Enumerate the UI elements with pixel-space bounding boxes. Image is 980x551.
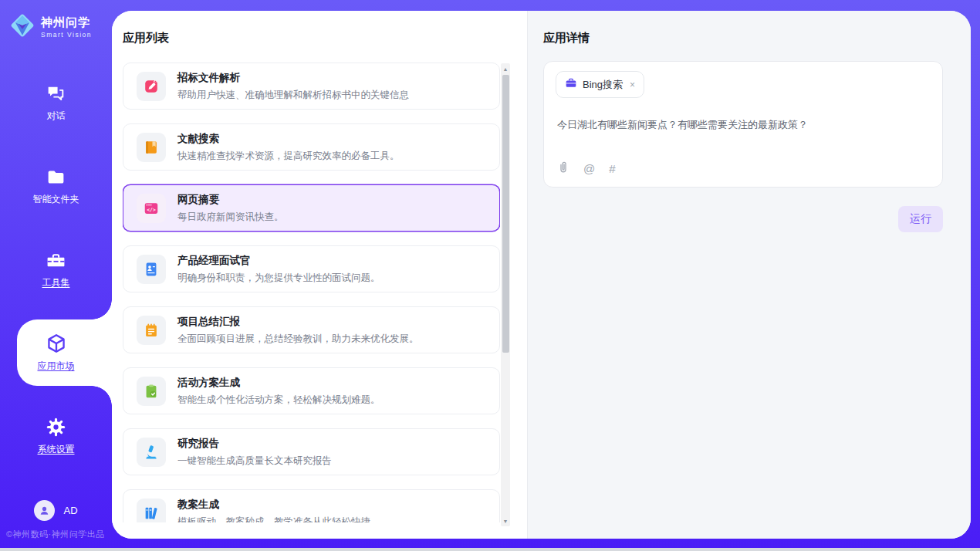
browser-code-icon: </> [137, 194, 166, 223]
app-card-literature-search[interactable]: 文献搜索 快速精准查找学术资源，提高研究效率的必备工具。 [123, 123, 500, 171]
books-icon [137, 499, 166, 523]
gear-icon [46, 416, 67, 438]
microscope-icon [137, 438, 166, 467]
scrollbar-up-icon[interactable]: ▲ [501, 63, 510, 74]
sidebar-item-settings[interactable]: 系统设置 [0, 411, 112, 461]
sidebar-item-smart-folder[interactable]: 智能文件夹 [0, 161, 112, 211]
app-list-panel: 应用列表 招标文件解析 帮助用户快速、准确地理解和解析招标书中的关键信息 [112, 11, 528, 539]
app-card-desc: 全面回顾项目进展，总结经验教训，助力未来优化发展。 [177, 333, 419, 346]
scrollbar-thumb[interactable] [502, 75, 509, 353]
scrollbar-down-icon[interactable]: ▼ [501, 516, 510, 526]
run-button[interactable]: 运行 [898, 206, 943, 232]
copyright-text: ©神州数码·神州问学出品 [6, 529, 105, 540]
sidebar-item-label: 应用市场 [38, 360, 75, 373]
sidebar-item-label: 系统设置 [38, 443, 75, 456]
app-card-project-summary[interactable]: 项目总结汇报 全面回顾项目进展，总结经验教训，助力未来优化发展。 [123, 306, 500, 353]
app-list-title: 应用列表 [123, 31, 527, 46]
app-card-desc: 快速精准查找学术资源，提高研究效率的必备工具。 [177, 150, 400, 163]
content-shell: 应用列表 招标文件解析 帮助用户快速、准确地理解和解析招标书中的关键信息 [112, 11, 971, 539]
brand-logo[interactable]: 神州问学 Smart Vision [8, 11, 92, 43]
app-card-research-report[interactable]: 研究报告 一键智能生成高质量长文本研究报告 [123, 428, 500, 475]
avatar [34, 500, 55, 521]
toolbox-icon [46, 249, 67, 271]
brand-tagline: Smart Vision [41, 31, 92, 39]
sidebar: 神州问学 Smart Vision 对话 智能文件夹 [0, 0, 112, 548]
edit-square-icon [137, 72, 166, 101]
app-detail-panel: 应用详情 Bing搜索 × 今日湖北有哪些新闻要点？有哪些需要关注的最新政策？ [528, 11, 971, 539]
query-text[interactable]: 今日湖北有哪些新闻要点？有哪些需要关注的最新政策？ [557, 117, 931, 133]
user-initials: AD [63, 505, 77, 516]
briefcase-icon [565, 77, 577, 92]
app-card-title: 研究报告 [177, 437, 332, 451]
app-list: 招标文件解析 帮助用户快速、准确地理解和解析招标书中的关键信息 文献搜索 快速精… [123, 63, 500, 522]
sidebar-item-chat[interactable]: 对话 [0, 77, 112, 128]
app-card-desc: 智能生成个性化活动方案，轻松解决规划难题。 [177, 394, 380, 407]
tool-tag-label: Bing搜索 [583, 78, 623, 92]
app-card-title: 招标文件解析 [177, 71, 409, 85]
app-card-event-plan[interactable]: 活动方案生成 智能生成个性化活动方案，轻松解决规划难题。 [123, 367, 500, 414]
app-card-web-summary[interactable]: </> 网页摘要 每日政府新闻资讯快查。 [123, 184, 500, 232]
app-card-desc: 每日政府新闻资讯快查。 [177, 211, 284, 224]
app-card-lesson-plan[interactable]: 教案生成 模板驱动，教案秒成，教学准备从此轻松快捷 [123, 489, 500, 522]
app-card-title: 文献搜索 [177, 132, 400, 146]
app-card-pm-interviewer[interactable]: 产品经理面试官 明确身份和职责，为您提供专业性的面试问题。 [123, 245, 500, 292]
app-card-title: 产品经理面试官 [177, 254, 380, 268]
close-icon[interactable]: × [630, 79, 635, 90]
gem-logo-icon [8, 11, 37, 43]
sidebar-item-app-market[interactable]: 应用市场 [0, 327, 112, 378]
cube-icon [46, 333, 67, 354]
user-profile[interactable]: AD [0, 500, 112, 521]
app-card-title: 教案生成 [177, 498, 370, 512]
prompt-toolbar: @ # [557, 160, 616, 177]
app-detail-title: 应用详情 [543, 31, 943, 46]
prompt-card: Bing搜索 × 今日湖北有哪些新闻要点？有哪些需要关注的最新政策？ @ # [543, 61, 943, 188]
svg-text:</>: </> [147, 207, 156, 213]
app-card-desc: 模板驱动，教案秒成，教学准备从此轻松快捷 [177, 516, 370, 523]
clipboard-check-icon [137, 377, 166, 406]
app-card-title: 项目总结汇报 [177, 315, 419, 329]
app-list-scrollbar[interactable]: ▲ ▼ [501, 63, 510, 526]
app-card-bid-parse[interactable]: 招标文件解析 帮助用户快速、准确地理解和解析招标书中的关键信息 [123, 63, 500, 110]
page-background: 应用列表 招标文件解析 帮助用户快速、准确地理解和解析招标书中的关键信息 [0, 0, 980, 548]
app-viewport: 应用列表 招标文件解析 帮助用户快速、准确地理解和解析招标书中的关键信息 [0, 0, 980, 551]
chat-icon [46, 83, 67, 104]
resume-icon [137, 255, 166, 284]
hash-icon[interactable]: # [609, 162, 615, 175]
app-card-desc: 明确身份和职责，为您提供专业性的面试问题。 [177, 272, 380, 285]
folder-icon [46, 166, 67, 188]
paperclip-icon[interactable] [557, 160, 569, 177]
tool-tag-bing-search[interactable]: Bing搜索 × [556, 71, 644, 98]
app-card-title: 网页摘要 [177, 193, 284, 207]
app-card-desc: 帮助用户快速、准确地理解和解析招标书中的关键信息 [177, 89, 409, 102]
book-icon [137, 133, 166, 162]
sidebar-nav: 对话 智能文件夹 工具集 [0, 77, 112, 494]
sidebar-item-label: 工具集 [42, 276, 70, 289]
mention-icon[interactable]: @ [583, 162, 595, 175]
app-card-title: 活动方案生成 [177, 376, 380, 390]
sidebar-item-label: 智能文件夹 [33, 193, 79, 206]
sidebar-item-toolset[interactable]: 工具集 [0, 244, 112, 295]
sidebar-item-label: 对话 [47, 110, 66, 123]
brand-name: 神州问学 [41, 15, 92, 30]
notepad-icon [137, 316, 166, 345]
app-card-desc: 一键智能生成高质量长文本研究报告 [177, 455, 332, 468]
